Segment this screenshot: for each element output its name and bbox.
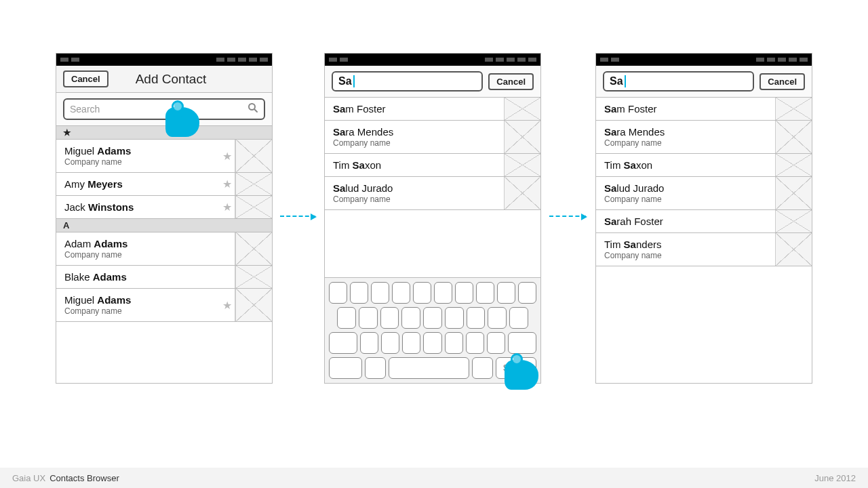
cancel-button[interactable]: Cancel bbox=[63, 70, 108, 87]
contact-name: Adam Adams bbox=[64, 238, 211, 249]
flow-arrow-icon bbox=[549, 216, 586, 217]
star-icon bbox=[219, 266, 235, 288]
cancel-button[interactable]: Cancel bbox=[488, 73, 534, 90]
contact-company: Company name bbox=[333, 195, 496, 204]
contact-row[interactable]: Jack Winstons★ bbox=[56, 196, 272, 219]
avatar bbox=[235, 140, 272, 172]
footer-page: Contacts Browser bbox=[50, 473, 119, 483]
footer-date: June 2012 bbox=[814, 473, 856, 483]
flow-arrow-icon bbox=[280, 216, 315, 217]
avatar bbox=[775, 121, 812, 153]
avatar bbox=[235, 266, 272, 288]
search-icon bbox=[248, 102, 258, 116]
contact-company: Company name bbox=[604, 138, 767, 148]
text-cursor bbox=[353, 75, 355, 87]
star-icon: ★ bbox=[219, 289, 235, 321]
contact-name: Tim Sanders bbox=[604, 239, 767, 250]
avatar bbox=[504, 98, 540, 120]
contact-company: Company name bbox=[64, 157, 211, 167]
avatar bbox=[775, 154, 812, 176]
avatar bbox=[775, 177, 812, 209]
contact-row[interactable]: Adam AdamsCompany name bbox=[56, 232, 272, 266]
contact-row[interactable]: Tim Saxon bbox=[325, 154, 540, 177]
search-input[interactable]: Sa bbox=[332, 71, 483, 92]
contact-company: Company name bbox=[333, 138, 496, 148]
search-results: Sam FosterSara MendesCompany nameTim Sax… bbox=[596, 98, 812, 266]
touch-pointer-icon bbox=[505, 356, 538, 394]
contact-row[interactable]: Tim SandersCompany name bbox=[596, 233, 812, 266]
statusbar bbox=[596, 54, 812, 66]
contact-name: Sarah Foster bbox=[604, 216, 767, 227]
contact-row[interactable]: Sarah Foster bbox=[596, 210, 812, 233]
star-icon: ★ bbox=[219, 173, 235, 195]
contact-name: Tim Saxon bbox=[604, 159, 767, 171]
phone-search-keyboard: Sa Cancel Sam FosterSara MendesCompany n… bbox=[324, 53, 541, 384]
header: Cancel Add Contact bbox=[56, 66, 272, 93]
star-icon bbox=[219, 232, 235, 265]
avatar bbox=[235, 289, 272, 321]
searchbar bbox=[56, 93, 272, 126]
contact-name: Tim Saxon bbox=[333, 159, 496, 171]
contact-name: Miguel Adams bbox=[64, 145, 211, 157]
contact-name: Amy Meyers bbox=[64, 178, 211, 190]
avatar bbox=[235, 196, 272, 218]
contact-name: Jack Winstons bbox=[64, 201, 211, 213]
star-icon: ★ bbox=[219, 196, 235, 218]
contact-name: Sara Mendes bbox=[604, 126, 767, 138]
contact-row[interactable]: Sara MendesCompany name bbox=[596, 121, 812, 154]
statusbar bbox=[325, 54, 540, 66]
footer: Gaia UX Contacts Browser June 2012 bbox=[0, 468, 868, 488]
statusbar bbox=[56, 54, 272, 66]
contact-name: Sara Mendes bbox=[333, 126, 496, 138]
avatar bbox=[775, 98, 812, 120]
contact-row[interactable]: Miguel AdamsCompany name★ bbox=[56, 289, 272, 322]
contact-name: Salud Jurado bbox=[604, 182, 767, 194]
search-value: Sa bbox=[610, 75, 623, 87]
avatar bbox=[504, 121, 540, 153]
avatar bbox=[775, 210, 812, 232]
contact-name: Sam Foster bbox=[604, 103, 767, 115]
search-results: Sam FosterSara MendesCompany nameTim Sax… bbox=[325, 98, 540, 210]
search-input[interactable]: Sa bbox=[603, 71, 754, 92]
contact-company: Company name bbox=[604, 195, 767, 204]
contact-name: Blake Adams bbox=[64, 271, 211, 283]
search-input-wrap[interactable] bbox=[63, 98, 265, 120]
cancel-button[interactable]: Cancel bbox=[760, 73, 805, 90]
avatar bbox=[235, 232, 272, 265]
contact-name: Sam Foster bbox=[333, 103, 496, 115]
text-cursor bbox=[625, 75, 626, 87]
contact-row[interactable]: Tim Saxon bbox=[596, 154, 812, 177]
contact-row[interactable]: Miguel AdamsCompany name★ bbox=[56, 140, 272, 173]
contact-row[interactable]: Salud JuradoCompany name bbox=[325, 177, 540, 210]
contact-row[interactable]: Sam Foster bbox=[325, 98, 540, 121]
avatar bbox=[775, 233, 812, 266]
contact-row[interactable]: Amy Meyers★ bbox=[56, 173, 272, 196]
contact-name: Miguel Adams bbox=[64, 294, 211, 306]
section-header-a: A bbox=[56, 219, 272, 232]
search-input[interactable] bbox=[70, 104, 248, 115]
page-title: Add Contact bbox=[115, 72, 265, 87]
contact-row[interactable]: Sam Foster bbox=[596, 98, 812, 121]
avatar bbox=[504, 177, 540, 209]
contact-list-favorites: Miguel AdamsCompany name★Amy Meyers★Jack… bbox=[56, 140, 272, 219]
touch-pointer-icon bbox=[165, 103, 199, 141]
section-header-favorites bbox=[56, 126, 272, 140]
contact-company: Company name bbox=[604, 251, 767, 260]
footer-project: Gaia UX bbox=[12, 473, 45, 483]
contact-row[interactable]: Salud JuradoCompany name bbox=[596, 177, 812, 210]
contact-row[interactable]: Blake Adams bbox=[56, 266, 272, 289]
contact-row[interactable]: Sara MendesCompany name bbox=[325, 121, 540, 154]
contact-company: Company name bbox=[64, 306, 211, 316]
svg-line-1 bbox=[254, 109, 257, 112]
search-header: Sa Cancel bbox=[325, 66, 540, 98]
avatar bbox=[235, 173, 272, 195]
search-header: Sa Cancel bbox=[596, 66, 812, 98]
phone-add-contact: Cancel Add Contact Miguel AdamsCompany n… bbox=[56, 53, 273, 384]
star-icon: ★ bbox=[219, 140, 235, 172]
avatar bbox=[504, 154, 540, 176]
contact-name: Salud Jurado bbox=[333, 182, 496, 194]
phone-search-results: Sa Cancel Sam FosterSara MendesCompany n… bbox=[595, 53, 812, 384]
search-value: Sa bbox=[338, 75, 352, 87]
contact-company: Company name bbox=[64, 250, 211, 260]
contact-list-a: Adam AdamsCompany nameBlake AdamsMiguel … bbox=[56, 232, 272, 322]
